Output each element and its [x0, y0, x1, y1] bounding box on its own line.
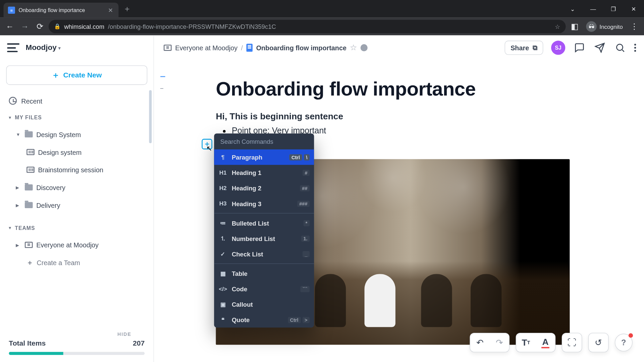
board-icon: [26, 149, 35, 155]
breadcrumb-team[interactable]: Everyone at Moodjoy: [175, 44, 237, 51]
outline-marker[interactable]: –: [160, 74, 165, 79]
command-item-table[interactable]: ▦Table: [214, 266, 314, 281]
undo-button[interactable]: ↶: [470, 333, 490, 352]
command-item-callout[interactable]: ▣Callout: [214, 297, 314, 312]
address-bar[interactable]: 🔒 whimsical.com/onboarding-flow-importan…: [49, 20, 566, 33]
incognito-icon: 🕶: [586, 21, 597, 32]
share-button[interactable]: Share ⧉: [505, 41, 543, 55]
maximize-icon[interactable]: ❐: [603, 0, 624, 18]
sidebar: Moodjoy ▾ ＋ Create New Recent ▼ MY FILES…: [0, 35, 154, 362]
version-history-button[interactable]: ↺: [589, 333, 608, 352]
doc-heading[interactable]: Hi, This is beginning sentence: [216, 111, 644, 121]
redo-button[interactable]: ↷: [490, 333, 509, 352]
workspace-switcher[interactable]: Moodjoy ▾: [25, 43, 60, 52]
create-new-button[interactable]: ＋ Create New: [6, 65, 147, 85]
create-team-button[interactable]: ＋ Create a Team: [0, 254, 154, 272]
sidebar-folder-discovery[interactable]: ▶ Discovery: [0, 179, 154, 196]
command-type-icon: ▣: [218, 301, 227, 308]
storage-progress: [9, 352, 145, 355]
status-dot-icon[interactable]: [361, 44, 368, 51]
command-item-quote[interactable]: ❝QuoteCtrl>: [214, 312, 314, 327]
minimize-icon[interactable]: ―: [583, 0, 603, 18]
command-type-icon: H3: [218, 200, 227, 207]
command-item-label: Numbered List: [232, 235, 275, 242]
text-color-button[interactable]: A: [536, 333, 555, 352]
command-item-bulleted-list[interactable]: ≔Bulleted List*: [214, 215, 314, 231]
file-label: Design system: [38, 148, 82, 156]
command-search-input[interactable]: [220, 138, 308, 145]
folder-label: Discovery: [36, 184, 65, 191]
total-items-value: 207: [133, 340, 145, 348]
sidebar-file-design-system[interactable]: Design system: [0, 143, 154, 161]
sidebar-recent[interactable]: Recent: [0, 92, 154, 110]
triangle-right-icon[interactable]: ▶: [16, 242, 21, 247]
document-area: Everyone at Moodjoy / Onboarding flow im…: [154, 35, 644, 362]
send-icon[interactable]: [594, 42, 606, 54]
command-item-heading-2[interactable]: H2Heading 2##: [214, 180, 314, 196]
close-window-icon[interactable]: ✕: [624, 0, 644, 18]
hide-sidebar-button[interactable]: HIDE: [9, 331, 145, 340]
focus-mode-button[interactable]: ⛶: [562, 333, 582, 352]
outline-marker[interactable]: –: [160, 86, 165, 90]
triangle-right-icon[interactable]: ▶: [16, 185, 21, 190]
sidebar-folder-design-system[interactable]: ▼ Design System: [0, 126, 154, 143]
command-shortcut: *: [303, 220, 310, 226]
command-item-paragraph[interactable]: ¶ParagraphCtrl\: [214, 149, 314, 165]
extensions-icon[interactable]: ◧: [569, 20, 581, 33]
more-menu-icon[interactable]: [634, 44, 636, 52]
bookmark-star-icon[interactable]: ☆: [555, 23, 560, 30]
incognito-chip[interactable]: 🕶 Incognito: [584, 21, 626, 32]
text-style-group: TT A: [516, 333, 556, 352]
command-item-code[interactable]: </>Code```: [214, 281, 314, 297]
favorite-star-icon[interactable]: ☆: [350, 43, 357, 53]
sidebar-scrollbar[interactable]: [149, 90, 152, 327]
folder-icon: [25, 202, 33, 208]
command-item-numbered-list[interactable]: ⒈Numbered List1.: [214, 231, 314, 246]
sidebar-file-brainstorming[interactable]: Brainstomring session: [0, 161, 154, 179]
svg-point-0: [616, 44, 623, 50]
menu-toggle-icon[interactable]: [7, 43, 19, 52]
triangle-down-icon[interactable]: ▼: [16, 132, 21, 137]
sidebar-team-everyone[interactable]: ▶ Everyone at Moodjoy: [0, 236, 154, 254]
command-item-label: Code: [232, 285, 247, 292]
outline-gutter[interactable]: – –: [160, 74, 165, 90]
tab-search-icon[interactable]: ⌄: [562, 0, 583, 18]
browser-tab[interactable]: ≡ Onboarding flow importance ✕: [4, 3, 119, 18]
section-teams[interactable]: ▼ TEAMS: [0, 220, 154, 236]
reload-button[interactable]: ⟳: [34, 20, 46, 33]
section-teams-label: TEAMS: [15, 225, 35, 231]
search-icon[interactable]: [614, 42, 626, 54]
browser-menu-icon[interactable]: ⋮: [628, 20, 641, 33]
undo-redo-group: ↶ ↷: [470, 333, 509, 352]
workspace-name: Moodjoy: [25, 43, 56, 52]
command-item-label: Quote: [232, 316, 250, 323]
comments-icon[interactable]: [573, 42, 586, 54]
command-item-check-list[interactable]: ✓Check List_: [214, 246, 314, 262]
team-label: Everyone at Moodjoy: [36, 241, 99, 248]
new-tab-button[interactable]: ＋: [118, 4, 135, 14]
recent-label: Recent: [21, 97, 42, 104]
triangle-right-icon[interactable]: ▶: [16, 203, 21, 208]
avatar[interactable]: SJ: [551, 41, 565, 55]
command-item-heading-3[interactable]: H3Heading 3###: [214, 196, 314, 211]
doc-title[interactable]: Onboarding flow importance: [216, 78, 644, 100]
team-icon: [25, 242, 33, 248]
breadcrumb-doc[interactable]: Onboarding flow importance: [256, 44, 346, 51]
url-domain: whimsical.com: [64, 23, 104, 30]
back-button[interactable]: ←: [4, 20, 16, 33]
team-icon: [164, 45, 172, 51]
command-shortcut: Ctrl>: [288, 317, 310, 323]
text-size-button[interactable]: TT: [516, 333, 536, 352]
close-tab-icon[interactable]: ✕: [107, 6, 114, 14]
command-item-label: Heading 2: [232, 185, 261, 192]
doc-favicon-icon: ≡: [8, 7, 15, 14]
file-label: Brainstomring session: [38, 166, 103, 173]
help-button[interactable]: ?: [615, 334, 633, 352]
lock-icon: 🔒: [54, 23, 61, 29]
create-team-label: Create a Team: [37, 259, 80, 266]
command-item-heading-1[interactable]: H1Heading 1#: [214, 165, 314, 180]
command-type-icon: H2: [218, 185, 227, 191]
sidebar-folder-delivery[interactable]: ▶ Delivery: [0, 196, 154, 214]
section-my-files[interactable]: ▼ MY FILES: [0, 110, 154, 125]
command-shortcut: ###: [297, 200, 310, 206]
